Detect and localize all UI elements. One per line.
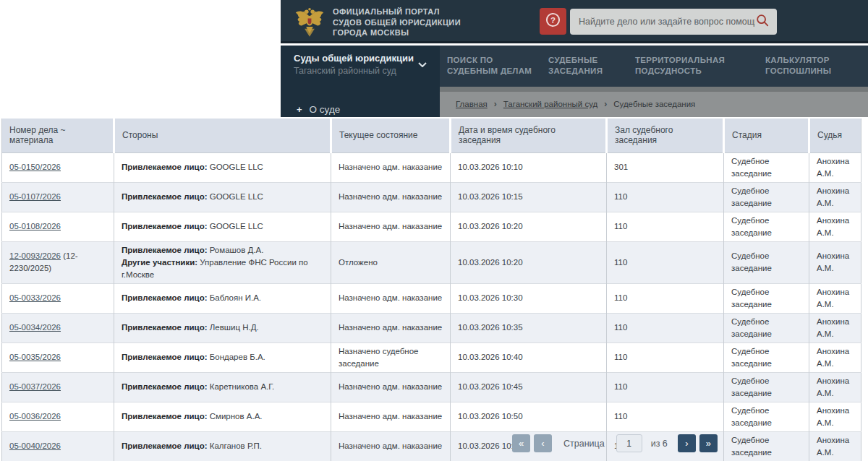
- party-value: Калганов Р.П.: [210, 441, 262, 450]
- case-number-link[interactable]: 05-0035/2026: [9, 353, 61, 361]
- nav-item-hearings[interactable]: СУДЕБНЫЕ ЗАСЕДАНИЯ: [548, 55, 603, 77]
- status-cell: Назначено адм. наказание: [331, 372, 451, 402]
- party-label: Привлекаемое лицо:: [122, 441, 210, 450]
- parties-cell: Привлекаемое лицо: GOOGLE LLC: [114, 152, 331, 182]
- column-header-stage[interactable]: Стадия: [724, 118, 809, 152]
- party-line: Привлекаемое лицо: Левшиц Н.Д.: [122, 322, 323, 334]
- parties-cell: Привлекаемое лицо: Левшиц Н.Д.: [114, 313, 331, 342]
- case-number-link[interactable]: 05-0107/2026: [9, 192, 61, 201]
- judge-cell: Анохина А.М.: [809, 313, 861, 342]
- party-label: Привлекаемое лицо:: [122, 192, 210, 201]
- judge-cell: Анохина А.М.: [809, 342, 861, 372]
- column-header-datetime[interactable]: Дата и время судебного заседания: [451, 118, 607, 152]
- pagination-last-button[interactable]: »: [699, 434, 718, 452]
- party-line: Привлекаемое лицо: Ромашов Д.А.: [122, 244, 323, 257]
- question-circle-icon: ?: [545, 12, 561, 31]
- case-number-cell: 05-0035/2026: [2, 342, 114, 372]
- case-number-link[interactable]: 05-0037/2026: [9, 382, 61, 391]
- party-value: Ромашов Д.А.: [210, 246, 264, 254]
- hall-cell: 110: [607, 342, 724, 372]
- table-row: 05-0035/2026 Привлекаемое лицо: Бондарев…: [2, 342, 861, 372]
- parties-cell: Привлекаемое лицо: Калганов Р.П.: [114, 431, 331, 461]
- court-side-panel: +О суде: [281, 87, 440, 117]
- nav-item-case-search[interactable]: ПОИСК ПО СУДЕБНЫМ ДЕЛАМ: [447, 55, 532, 77]
- pagination-first-button[interactable]: «: [512, 434, 530, 452]
- case-number-cell: 05-0034/2026: [2, 313, 114, 342]
- pagination-page-input[interactable]: [616, 434, 642, 452]
- pagination-prev-button[interactable]: ‹: [534, 434, 552, 452]
- nav-item-fee-calculator[interactable]: КАЛЬКУЛЯТОР ГОСПОШЛИНЫ: [765, 55, 831, 77]
- datetime-cell: 10.03.2026 10:35: [451, 313, 607, 342]
- search-box: [570, 9, 777, 35]
- sidebar-item-about-court[interactable]: +О суде: [297, 104, 340, 115]
- party-line: Привлекаемое лицо: GOOGLE LLC: [122, 191, 323, 203]
- pagination-total-label: из 6: [651, 439, 668, 449]
- judge-cell: Анохина А.М.: [809, 241, 861, 283]
- datetime-cell: 10.03.2026 10:45: [451, 372, 607, 402]
- table-row: 05-0037/2026 Привлекаемое лицо: Каретник…: [2, 372, 861, 402]
- status-cell: Отложено: [331, 241, 451, 283]
- column-header-judge[interactable]: Судья: [809, 118, 861, 152]
- column-header-status[interactable]: Текущее состояние: [331, 118, 451, 152]
- stage-cell: Судебное заседание: [724, 431, 809, 461]
- pagination-next-button[interactable]: ›: [678, 434, 696, 452]
- judge-cell: Анохина А.М.: [809, 182, 861, 212]
- case-number-link[interactable]: 05-0108/2026: [9, 222, 61, 231]
- chevron-down-icon: [418, 57, 427, 70]
- case-number-cell: 05-0040/2026: [2, 431, 114, 461]
- hearings-table-body: 05-0150/2026 Привлекаемое лицо: GOOGLE L…: [2, 152, 861, 461]
- party-line: Привлекаемое лицо: Калганов Р.П.: [122, 440, 323, 452]
- hearings-table: Номер дела ~ материала Стороны Текущее с…: [1, 117, 861, 461]
- stage-cell: Судебное заседание: [724, 283, 809, 313]
- stage-cell: Судебное заседание: [724, 372, 809, 402]
- case-number-link[interactable]: 05-0034/2026: [9, 323, 61, 332]
- case-number-link[interactable]: 05-0036/2026: [9, 412, 61, 421]
- stage-cell: Судебное заседание: [724, 342, 809, 372]
- party-label: Привлекаемое лицо:: [122, 222, 210, 231]
- portal-title-line3: ГОРОДА МОСКВЫ: [333, 27, 461, 38]
- case-number-cell: 05-0037/2026: [2, 372, 114, 402]
- nav-item-label: ПОДСУДНОСТЬ: [635, 66, 725, 77]
- datetime-cell: 10.03.2026 10:30: [451, 283, 607, 313]
- case-number-cell: 05-0150/2026: [2, 152, 114, 182]
- status-cell: Назначено адм. наказание: [331, 283, 451, 313]
- breadcrumb-separator: ›: [604, 99, 607, 109]
- sidebar-item-label: О суде: [310, 104, 341, 115]
- breadcrumb-link-court[interactable]: Таганский районный суд: [503, 100, 597, 108]
- status-cell: Назначено адм. наказание: [331, 313, 451, 342]
- party-line: Другие участники: Управление ФНС России …: [122, 257, 323, 281]
- status-cell: Назначено судебное заседание: [331, 342, 451, 372]
- breadcrumb-bar: Главная›Таганский районный суд›Судебные …: [440, 87, 868, 117]
- breadcrumb-link-home[interactable]: Главная: [456, 100, 488, 108]
- help-button[interactable]: ?: [540, 8, 566, 35]
- column-header-hall[interactable]: Зал судебного заседания: [607, 118, 724, 152]
- hall-cell: 110: [607, 402, 724, 431]
- case-number-link[interactable]: 05-0150/2026: [9, 163, 61, 171]
- table-row: 05-0040/2026 Привлекаемое лицо: Калганов…: [2, 431, 861, 461]
- party-line: Привлекаемое лицо: Баблоян И.А.: [122, 292, 323, 304]
- hall-cell: 110: [607, 241, 724, 283]
- search-icon[interactable]: [755, 13, 770, 30]
- stage-cell: Судебное заседание: [724, 241, 809, 283]
- nav-item-label: СУДЕБНЫЕ: [548, 55, 603, 66]
- parties-cell: Привлекаемое лицо: Бондарев Б.А.: [114, 342, 331, 372]
- court-selector-dropdown[interactable]: Суды общей юрисдикции Таганский районный…: [281, 46, 440, 87]
- nav-item-jurisdiction[interactable]: ТЕРРИТОРИАЛЬНАЯ ПОДСУДНОСТЬ: [635, 55, 725, 77]
- breadcrumb-separator: ›: [494, 99, 497, 109]
- table-row: 05-0033/2026 Привлекаемое лицо: Баблоян …: [2, 283, 861, 313]
- table-row: 12-0093/2026 (12-2230/2025) Привлекаемое…: [2, 241, 861, 283]
- column-header-case-number[interactable]: Номер дела ~ материала: [2, 118, 114, 152]
- parties-cell: Привлекаемое лицо: Каретникова А.Г.: [114, 372, 331, 402]
- party-line: Привлекаемое лицо: Бондарев Б.А.: [122, 351, 323, 363]
- status-cell: Назначено адм. наказание: [331, 182, 451, 212]
- judge-cell: Анохина А.М.: [809, 431, 861, 461]
- case-number-link[interactable]: 12-0093/2026: [9, 251, 61, 260]
- party-label: Привлекаемое лицо:: [122, 323, 210, 332]
- stage-cell: Судебное заседание: [724, 152, 809, 182]
- parties-cell: Привлекаемое лицо: Смирнов А.А.: [114, 402, 331, 431]
- column-header-parties[interactable]: Стороны: [114, 118, 331, 152]
- search-input[interactable]: [579, 17, 755, 27]
- case-number-link[interactable]: 05-0033/2026: [9, 293, 61, 302]
- case-number-link[interactable]: 05-0040/2026: [9, 441, 61, 450]
- table-row: 05-0034/2026 Привлекаемое лицо: Левшиц Н…: [2, 313, 861, 342]
